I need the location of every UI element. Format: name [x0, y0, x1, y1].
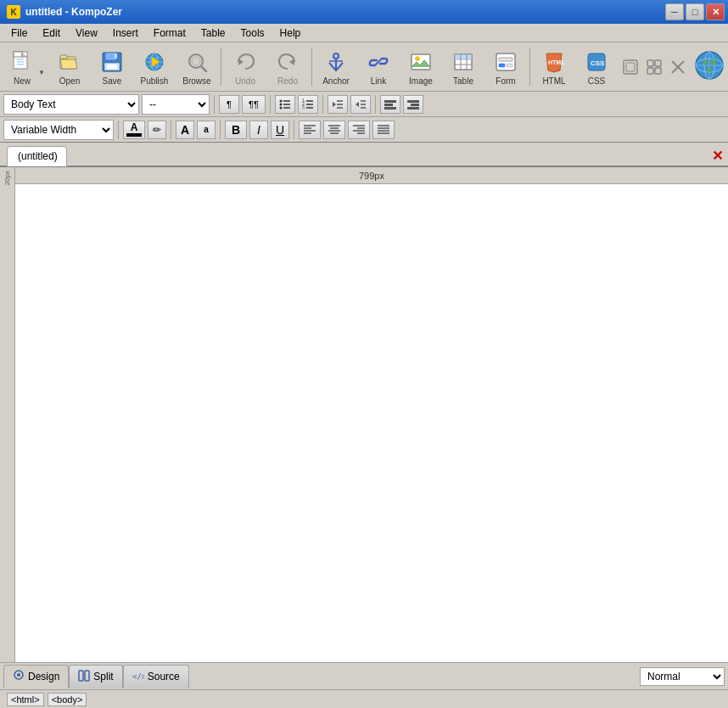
pilcrow-double-button[interactable]: ¶¶	[242, 95, 266, 114]
menu-edit[interactable]: Edit	[35, 25, 68, 42]
block-right-button[interactable]	[403, 95, 423, 114]
zoom-fit-button[interactable]	[619, 56, 641, 78]
svg-text:3.: 3.	[302, 104, 305, 110]
unordered-list-button[interactable]	[275, 95, 295, 114]
image-button[interactable]: Image	[400, 45, 441, 89]
svg-rect-45	[655, 60, 661, 66]
pilcrow-button[interactable]: ¶	[219, 95, 239, 114]
italic-button[interactable]: I	[249, 121, 268, 139]
svg-rect-6	[60, 55, 67, 59]
block-left-button[interactable]	[380, 95, 400, 114]
fmt2-sep-2	[171, 121, 171, 139]
editor-scroll[interactable]: 799px	[15, 167, 728, 662]
ruler-label: 799px	[359, 171, 384, 181]
tab-source[interactable]: </> Source	[123, 665, 189, 688]
css-button[interactable]: CSS CSS	[576, 45, 617, 89]
title-text: untitled - KompoZer	[25, 6, 122, 18]
menu-format[interactable]: Format	[146, 25, 193, 42]
svg-rect-78	[384, 107, 396, 110]
globe-icon	[694, 50, 725, 81]
maximize-button[interactable]: □	[686, 3, 704, 20]
link-button[interactable]: Link	[358, 45, 399, 89]
font-size-decrease-button[interactable]: a	[197, 121, 216, 139]
tab-split[interactable]: Split	[69, 665, 122, 688]
close-button[interactable]: ✕	[706, 3, 725, 20]
mode-selector[interactable]: Normal Heading 1 Heading 2 List	[640, 667, 725, 686]
font-color-button[interactable]: A	[123, 121, 145, 139]
form-button[interactable]: Form	[485, 45, 526, 89]
ruler-side-label: 20px	[3, 171, 11, 185]
new-button[interactable]: New ▼	[3, 45, 48, 89]
indent-button[interactable]	[350, 95, 371, 114]
menu-file[interactable]: File	[3, 25, 35, 42]
align-left-button[interactable]	[299, 121, 321, 139]
windows-button[interactable]	[643, 56, 665, 78]
svg-rect-2	[17, 59, 24, 60]
tab-close-button[interactable]: ✕	[712, 148, 723, 164]
menu-table[interactable]: Table	[193, 25, 233, 42]
underline-button[interactable]: U	[271, 121, 289, 139]
svg-rect-100	[79, 671, 83, 681]
browse-label: Browse	[182, 77, 210, 86]
close-panels-button[interactable]	[667, 56, 689, 78]
fmt2-sep-4	[294, 121, 294, 139]
publish-icon	[141, 48, 168, 76]
minimize-button[interactable]: ─	[665, 3, 684, 20]
font-size-select[interactable]: -- 8pt 10pt 12pt 14pt 16pt	[142, 94, 210, 115]
html-label: HTML	[542, 77, 565, 86]
title-buttons: ─ □ ✕	[665, 3, 725, 20]
document-tab-untitled[interactable]: (untitled)	[7, 146, 67, 166]
toolbar-sep-2	[311, 48, 312, 86]
redo-button[interactable]: Redo	[267, 45, 308, 89]
paragraph-style-select[interactable]: Body Text Heading 1 Heading 2 Heading 3 …	[3, 94, 139, 115]
svg-rect-76	[384, 100, 396, 103]
design-tab-icon	[13, 669, 25, 683]
svg-text:</>: </>	[132, 672, 144, 681]
browse-icon	[183, 48, 210, 76]
svg-marker-72	[356, 102, 359, 107]
browse-button[interactable]: Browse	[176, 45, 217, 89]
table-label: Table	[453, 77, 473, 86]
menu-view[interactable]: View	[68, 25, 105, 42]
open-icon	[56, 48, 83, 76]
publish-label: Publish	[141, 77, 169, 86]
anchor-label: Anchor	[322, 77, 350, 86]
title-bar-left: K untitled - KompoZer	[7, 5, 122, 19]
menu-tools[interactable]: Tools	[233, 25, 272, 42]
font-size-increase-button[interactable]: A	[176, 121, 194, 139]
save-button[interactable]: Save	[92, 45, 132, 89]
tab-design[interactable]: Design	[3, 665, 69, 688]
ordered-list-button[interactable]: 1. 2. 3.	[298, 95, 318, 114]
html-button[interactable]: HTML HTML	[534, 45, 574, 89]
menu-bar: File Edit View Insert Format Table Tools…	[0, 24, 728, 42]
tab-label: (untitled)	[18, 150, 58, 162]
svg-rect-3	[17, 61, 24, 63]
width-select[interactable]: Variable Width Fixed Width 800px 1024px	[3, 120, 114, 140]
outdent-button[interactable]	[328, 95, 348, 114]
undo-label: Undo	[235, 77, 255, 86]
align-justify-button[interactable]	[372, 121, 395, 139]
undo-button[interactable]: Undo	[225, 45, 266, 89]
svg-point-99	[17, 673, 20, 677]
align-right-button[interactable]	[348, 121, 370, 139]
status-html-tag[interactable]: <html>	[7, 693, 44, 706]
save-icon	[98, 48, 126, 76]
align-center-button[interactable]	[323, 121, 345, 139]
menu-insert[interactable]: Insert	[105, 25, 146, 42]
highlight-button[interactable]: ✏	[148, 121, 166, 139]
svg-rect-43	[626, 63, 635, 71]
bottom-tabs: Design Split </> Source Normal Heading 1…	[0, 662, 728, 689]
fmt2-sep-3	[220, 121, 221, 139]
fmt-sep-4	[375, 95, 376, 114]
bold-button[interactable]: B	[225, 121, 247, 139]
menu-help[interactable]: Help	[272, 25, 309, 42]
svg-point-23	[333, 53, 339, 59]
anchor-button[interactable]: Anchor	[316, 45, 356, 89]
link-icon	[365, 48, 392, 76]
open-button[interactable]: Open	[49, 45, 90, 89]
status-body-tag[interactable]: <body>	[48, 693, 87, 706]
publish-button[interactable]: Publish	[134, 45, 175, 89]
svg-point-20	[192, 57, 200, 65]
table-button[interactable]: Table	[443, 45, 484, 89]
editor-canvas[interactable]	[15, 184, 728, 662]
